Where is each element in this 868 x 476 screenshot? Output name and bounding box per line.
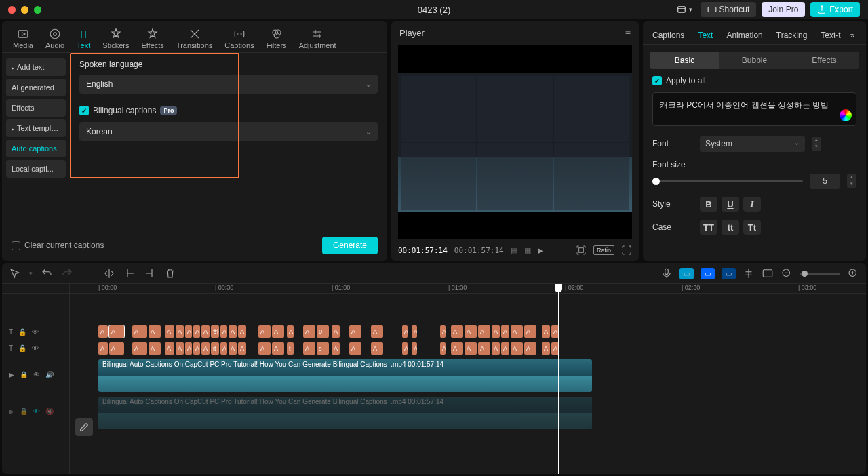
subtab-effects[interactable]: Effects — [789, 52, 859, 69]
fontsize-slider[interactable] — [652, 180, 803, 182]
caption-clip[interactable]: A — [238, 342, 246, 355]
caption-clip[interactable]: A — [542, 325, 550, 338]
tab-text[interactable]: Text — [73, 25, 94, 52]
tab-captions[interactable]: Captions — [220, 25, 258, 52]
preview-icon[interactable] — [762, 267, 774, 279]
subtab-basic[interactable]: Basic — [650, 52, 719, 69]
delete-tool[interactable] — [164, 267, 176, 279]
caption-clip[interactable]: A — [542, 342, 550, 355]
playhead[interactable] — [558, 284, 559, 474]
caption-clip[interactable]: A — [349, 342, 361, 355]
layout-toggle[interactable]: ▾ — [674, 2, 695, 17]
bilingual-checkbox[interactable]: ✓ — [79, 106, 89, 115]
tab-audio[interactable]: Audio — [41, 25, 68, 52]
underline-button[interactable]: U — [722, 197, 739, 212]
ratio-button[interactable]: Ratio — [593, 245, 614, 255]
track-mode-1[interactable]: ▭ — [679, 268, 694, 279]
tab-stickers[interactable]: Stickers — [98, 25, 133, 52]
caption-clip[interactable]: A — [149, 325, 161, 338]
caption-clip[interactable]: A — [176, 342, 184, 355]
caption-clip[interactable]: A — [185, 342, 192, 355]
rtab-text[interactable]: Text — [691, 26, 719, 44]
caption-clip[interactable]: A — [371, 325, 383, 338]
trim-right-tool[interactable] — [144, 267, 156, 279]
case-upper-button[interactable]: TT — [700, 220, 717, 235]
player-menu-icon[interactable]: ≡ — [625, 28, 631, 39]
caption-clip[interactable]: A — [258, 325, 271, 338]
tracks-area[interactable]: 00:0000:3001:0001:3002:0002:3003:00 AAAA… — [70, 284, 866, 474]
apply-all-checkbox[interactable]: ✓ — [652, 76, 662, 85]
sidebar-add-text[interactable]: Add text — [6, 58, 66, 76]
tab-filters[interactable]: Filters — [262, 25, 291, 52]
bold-button[interactable]: B — [700, 197, 717, 212]
caption-clip[interactable]: A — [109, 325, 124, 338]
caption-clip[interactable]: A — [440, 325, 446, 338]
caption-clip[interactable]: A — [332, 325, 340, 338]
caption-clip[interactable]: A — [402, 342, 408, 355]
lock-icon[interactable]: 🔒 — [18, 328, 26, 336]
track-mode-3[interactable]: ▭ — [722, 268, 736, 279]
mic-icon[interactable] — [660, 267, 673, 279]
play-button[interactable]: ▶ — [538, 246, 543, 255]
font-select[interactable]: System⌄ — [700, 136, 805, 152]
spoken-language-select[interactable]: English ⌄ — [79, 75, 378, 94]
sidebar-effects[interactable]: Effects — [6, 99, 66, 117]
tab-effects[interactable]: Effects — [137, 25, 167, 52]
caption-clip[interactable]: A — [478, 342, 490, 355]
caption-clip[interactable]: A — [98, 325, 108, 338]
snap-icon[interactable] — [743, 267, 755, 279]
rtab-more[interactable]: » — [848, 26, 858, 44]
close-window[interactable] — [8, 6, 16, 14]
caption-clip[interactable]: A — [524, 342, 536, 355]
cursor-tool[interactable] — [9, 267, 21, 279]
speaker-icon[interactable]: 🔇 — [45, 408, 54, 415]
caption-clip[interactable]: A — [220, 325, 227, 338]
tab-adjustment[interactable]: Adjustment — [295, 25, 340, 52]
lock-icon[interactable]: 🔒 — [20, 408, 28, 415]
zoom-in-icon[interactable] — [847, 267, 859, 279]
eye-icon[interactable]: 👁 — [33, 371, 40, 378]
generate-button[interactable]: Generate — [322, 237, 378, 254]
speaker-icon[interactable]: 🔊 — [45, 371, 54, 378]
rtab-tracking[interactable]: Tracking — [770, 26, 814, 44]
caption-clip[interactable]: A — [440, 342, 446, 355]
subtab-bubble[interactable]: Bubble — [719, 52, 789, 69]
sidebar-text-template[interactable]: Text template — [6, 119, 66, 137]
cursor-dropdown[interactable]: ▾ — [29, 270, 33, 277]
caption-clip[interactable]: A — [201, 342, 210, 355]
preview-viewport[interactable] — [398, 45, 632, 239]
case-lower-button[interactable]: tt — [722, 220, 739, 235]
caption-clip[interactable]: A — [229, 342, 237, 355]
caption-clip[interactable]: A — [176, 325, 184, 338]
eye-icon[interactable]: 👁 — [33, 408, 40, 415]
bilingual-language-select[interactable]: Korean ⌄ — [79, 122, 378, 141]
caption-clip[interactable]: A — [303, 325, 315, 338]
caption-clip[interactable]: A — [185, 325, 192, 338]
caption-clip[interactable]: A — [524, 325, 536, 338]
caption-clip[interactable]: A — [332, 342, 340, 355]
tab-media[interactable]: Media — [9, 25, 37, 52]
video-clip-muted[interactable]: Bilingual Auto Captions On CapCut PC Pro… — [98, 397, 592, 429]
shortcut-button[interactable]: Shortcut — [701, 2, 757, 17]
zoom-slider[interactable] — [800, 273, 840, 275]
caption-clip[interactable]: A — [465, 342, 477, 355]
caption-clip[interactable]: A — [511, 325, 523, 338]
caption-clip[interactable]: A — [165, 325, 174, 338]
caption-clip[interactable]: A — [511, 342, 523, 355]
caption-clip[interactable]: A — [229, 325, 237, 338]
caption-clip[interactable]: A — [132, 325, 147, 338]
undo-button[interactable] — [41, 267, 53, 279]
sidebar-auto-captions[interactable]: Auto captions — [6, 140, 66, 157]
caption-clip[interactable]: A — [465, 325, 477, 338]
grid-view-icon[interactable]: ▦ — [524, 246, 531, 255]
fontsize-stepper[interactable]: ▴▾ — [847, 174, 856, 188]
caption-clip[interactable]: A — [501, 325, 509, 338]
eye-icon[interactable]: 👁 — [32, 328, 39, 336]
caption-clip[interactable]: A — [303, 342, 315, 355]
caption-clip[interactable]: A — [451, 325, 463, 338]
track-mode-2[interactable]: ▭ — [701, 268, 715, 279]
join-pro-button[interactable]: Join Pro — [762, 2, 805, 17]
trim-left-tool[interactable] — [123, 267, 136, 279]
caption-clip[interactable]: A — [492, 342, 500, 355]
export-button[interactable]: Export — [810, 2, 860, 17]
